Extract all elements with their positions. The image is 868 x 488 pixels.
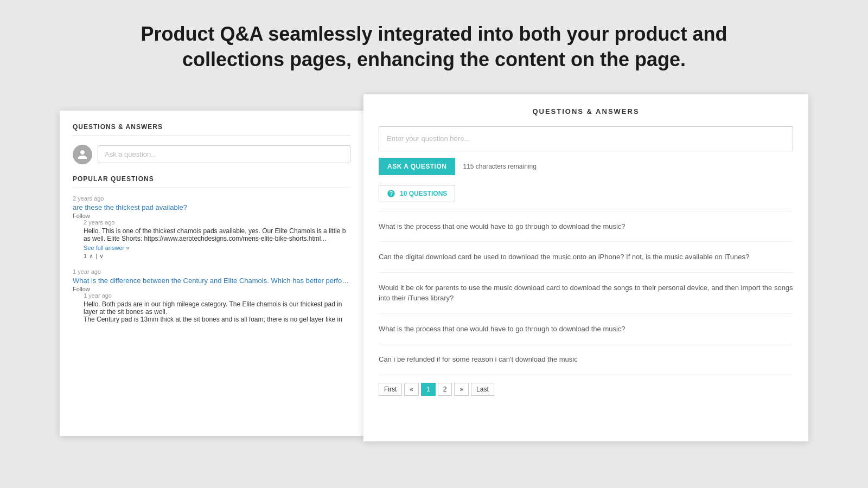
question-textarea[interactable]: Enter your question here...: [379, 126, 793, 151]
pagination-next[interactable]: »: [454, 383, 469, 396]
ask-question-button[interactable]: ASK A QUESTION: [379, 158, 455, 175]
left-ask-input[interactable]: Ask a question...: [98, 145, 350, 163]
pagination-page2[interactable]: 2: [438, 383, 452, 396]
left-section-title: QUESTIONS & ANSWERS: [73, 123, 163, 131]
questions-tab-label: 10 QUESTIONS: [400, 190, 447, 197]
question-text-2[interactable]: What is the difference between the Centu…: [73, 277, 350, 285]
question-placeholder: Enter your question here...: [387, 134, 470, 143]
follow-link-2[interactable]: Follow: [73, 286, 350, 292]
popular-questions-title: POPULAR QUESTIONS: [73, 175, 350, 188]
avatar: [73, 145, 92, 164]
headline-line1: Product Q&A seamlessly integrated into b…: [141, 23, 727, 45]
chars-remaining: 115 characters remaining: [463, 163, 536, 170]
left-top-bar: QUESTIONS & ANSWERS: [73, 121, 350, 136]
follow-link[interactable]: Follow: [73, 213, 350, 219]
questions-tab[interactable]: 10 QUESTIONS: [379, 185, 455, 202]
see-full-link[interactable]: See full answer »: [84, 245, 350, 251]
headline-line2: collections pages, enhancing the content…: [182, 48, 686, 70]
vote-row: 1 ∧ | ∨: [84, 253, 350, 260]
separator: |: [95, 253, 97, 259]
answer-text: Hello. This is one of the thickest chamo…: [84, 227, 350, 235]
answer-meta: 2 years ago: [84, 219, 350, 226]
qa-item-1: What is the process that one would have …: [379, 211, 793, 242]
questions-tab-icon: [387, 189, 395, 198]
qa-item-3: Would it be ok for parents to use the mu…: [379, 273, 793, 314]
qa-item-4: What is the process that one would have …: [379, 314, 793, 345]
left-question-item: 2 years ago are these the thickest pad a…: [73, 195, 350, 260]
question-text[interactable]: are these the thickest pad available?: [73, 203, 350, 211]
answer-item: 2 years ago Hello. This is one of the th…: [84, 219, 350, 260]
answer-item-2: 1 year ago Hello. Both pads are in our h…: [84, 292, 350, 323]
vote-count: 1: [84, 253, 87, 259]
qa-item-2: Can the digital download card be used to…: [379, 242, 793, 273]
user-icon: [77, 149, 88, 160]
ask-row: ASK A QUESTION 115 characters remaining: [379, 158, 793, 175]
answer-text2: as well. Elite Shorts: https://www.aerot…: [84, 235, 350, 242]
page-headline: Product Q&A seamlessly integrated into b…: [141, 22, 727, 73]
answer-text-2b: layer at the sit bones as well.: [84, 308, 350, 316]
qa-list: What is the process that one would have …: [379, 211, 793, 375]
question-meta: 2 years ago: [73, 195, 350, 202]
panels-container: QUESTIONS & ANSWERS Ask a question... PO…: [60, 94, 808, 441]
pagination-prev[interactable]: «: [404, 383, 419, 396]
pagination-first[interactable]: First: [379, 383, 402, 396]
left-question-item-2: 1 year ago What is the difference betwee…: [73, 268, 350, 323]
answer-meta-2: 1 year ago: [84, 292, 350, 299]
left-ask-placeholder: Ask a question...: [105, 150, 157, 158]
upvote-icon[interactable]: ∧: [89, 253, 93, 260]
qa-item-5: Can i be refunded if for some reason i c…: [379, 344, 793, 375]
right-section-title: QUESTIONS & ANSWERS: [379, 107, 793, 115]
answer-text-2a: Hello. Both pads are in our high mileage…: [84, 300, 350, 308]
ask-input-row: Ask a question...: [73, 145, 350, 164]
pagination: First « 1 2 » Last: [379, 375, 793, 396]
answer-text-2c: The Century pad is 13mm thick at the sit…: [84, 316, 350, 323]
downvote-icon[interactable]: ∨: [99, 253, 104, 260]
pagination-page1[interactable]: 1: [421, 383, 436, 396]
question-meta-2: 1 year ago: [73, 268, 350, 275]
pagination-last[interactable]: Last: [471, 383, 494, 396]
right-panel: QUESTIONS & ANSWERS Enter your question …: [363, 94, 808, 441]
left-panel: QUESTIONS & ANSWERS Ask a question... PO…: [60, 111, 363, 436]
